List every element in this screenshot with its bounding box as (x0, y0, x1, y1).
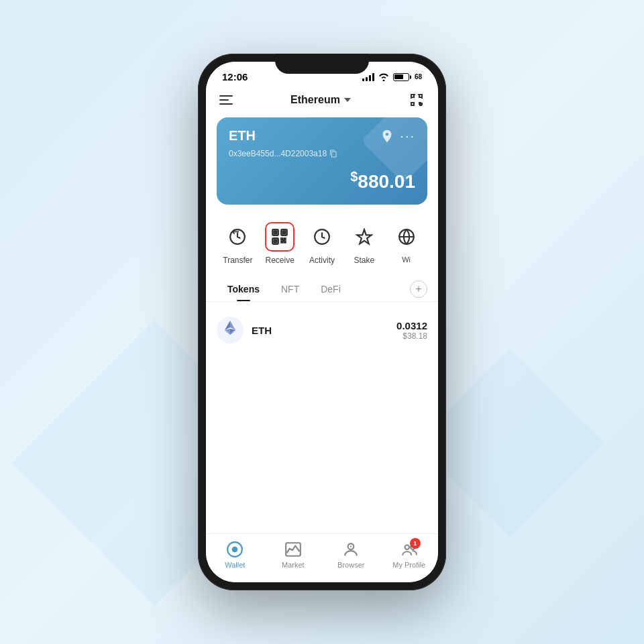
svg-point-28 (405, 545, 409, 550)
bottom-nav: Wallet Market (206, 533, 438, 582)
wallet-nav-icon (226, 541, 244, 558)
receive-icon (271, 228, 288, 246)
activity-action[interactable]: Activity (301, 217, 343, 270)
wallet-nav-label: Wallet (225, 561, 245, 569)
token-name: ETH (252, 325, 388, 336)
app-screen: 12:06 68 (206, 62, 438, 582)
browser-nav-icon (342, 541, 360, 558)
status-time: 12:06 (222, 71, 248, 83)
signal-icon (362, 73, 374, 81)
scan-button[interactable] (409, 92, 425, 108)
transfer-icon (229, 228, 246, 246)
token-row[interactable]: ETH 0.0312 $38.18 (217, 310, 427, 350)
wallet-card: ETH ··· 0x3eeB455d...4D22003a18 (217, 117, 427, 205)
nav-browser[interactable]: Browser (322, 541, 380, 569)
token-amounts: 0.0312 $38.18 (396, 320, 427, 341)
svg-rect-12 (283, 240, 284, 241)
receive-icon-wrap (265, 222, 294, 252)
nav-wallet[interactable]: Wallet (206, 541, 264, 569)
status-icons: 68 (362, 73, 422, 81)
token-list: ETH 0.0312 $38.18 (206, 302, 438, 533)
network-name: Ethereum (290, 94, 340, 106)
svg-point-27 (350, 546, 352, 547)
stake-action[interactable]: Stake (343, 217, 385, 270)
transfer-icon-wrap (223, 222, 252, 252)
transfer-label: Transfer (223, 256, 252, 265)
wallet-balance: $880.01 (229, 169, 415, 193)
tab-tokens[interactable]: Tokens (217, 277, 270, 301)
activity-icon (313, 228, 331, 246)
profile-nav-icon: 1 (400, 541, 418, 558)
nav-market[interactable]: Market (264, 541, 323, 569)
tabs-bar: Tokens NFT DeFi + (206, 277, 438, 302)
battery-level: 68 (415, 73, 422, 80)
phone-frame: 12:06 68 (198, 54, 446, 590)
wi-icon-wrap (392, 222, 421, 252)
transfer-action[interactable]: Transfer (217, 217, 259, 270)
activity-icon-wrap (307, 222, 337, 252)
svg-rect-6 (283, 231, 286, 234)
receive-label: Receive (266, 256, 294, 265)
app-header: Ethereum (206, 87, 438, 115)
browser-nav-label: Browser (337, 561, 364, 569)
token-value: $38.18 (396, 331, 427, 341)
network-selector[interactable]: Ethereum (290, 94, 351, 106)
receive-action[interactable]: Receive (259, 217, 301, 270)
eth-logo (217, 317, 244, 343)
token-balance: 0.0312 (396, 320, 427, 331)
action-bar: Transfer (206, 213, 438, 277)
activity-label: Activity (309, 256, 335, 265)
wi-label: Wi (402, 256, 411, 264)
profile-nav-label: My Profile (392, 561, 425, 569)
wi-icon (398, 228, 415, 246)
wifi-icon (378, 73, 389, 81)
dropdown-arrow-icon (344, 98, 351, 102)
svg-rect-7 (274, 240, 277, 243)
stake-icon (356, 228, 373, 246)
market-nav-label: Market (282, 561, 305, 569)
card-token-name: ETH (229, 128, 256, 144)
tabs-list: Tokens NFT DeFi (217, 277, 352, 301)
stake-icon-wrap (350, 222, 379, 252)
copy-icon[interactable] (329, 150, 337, 158)
stake-label: Stake (354, 256, 374, 265)
nav-profile[interactable]: 1 My Profile (380, 541, 439, 569)
phone-notch (275, 54, 369, 74)
svg-rect-5 (274, 231, 277, 234)
currency-symbol: $ (350, 169, 358, 184)
svg-point-24 (232, 547, 238, 553)
add-token-button[interactable]: + (410, 280, 427, 298)
battery-icon (393, 73, 409, 81)
market-nav-icon (284, 541, 302, 558)
menu-button[interactable] (219, 95, 233, 105)
phone-screen: 12:06 68 (206, 62, 438, 582)
profile-badge: 1 (410, 538, 421, 549)
tab-defi[interactable]: DeFi (310, 277, 352, 301)
tab-nft[interactable]: NFT (270, 277, 310, 301)
wi-action[interactable]: Wi (385, 217, 427, 270)
